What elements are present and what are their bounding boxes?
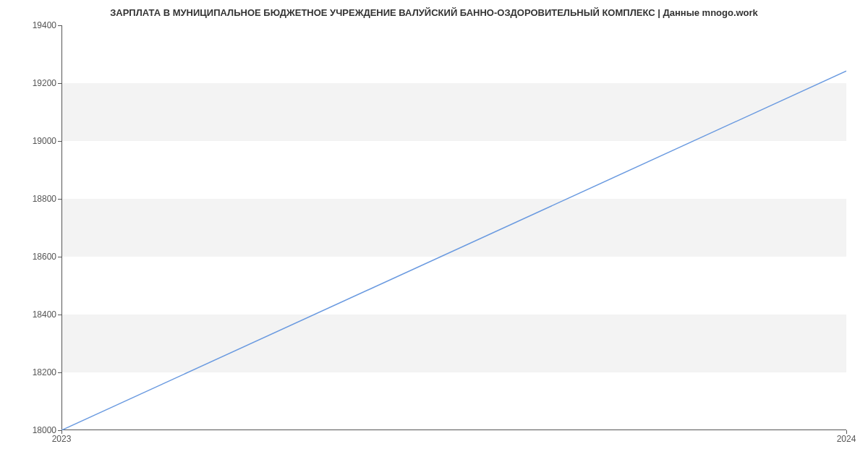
y-tick-mark (58, 199, 61, 200)
y-tick-label: 18400 (33, 309, 56, 320)
x-tick-label: 2024 (837, 434, 856, 444)
plot-area (61, 25, 846, 430)
y-tick-mark (58, 372, 61, 373)
y-tick-label: 19000 (33, 136, 56, 146)
x-tick-label: 2023 (52, 434, 72, 444)
y-tick-mark (58, 257, 61, 257)
chart-title: ЗАРПЛАТА В МУНИЦИПАЛЬНОЕ БЮДЖЕТНОЕ УЧРЕЖ… (0, 7, 868, 18)
y-tick-mark (58, 83, 61, 84)
y-tick-mark (58, 315, 61, 315)
y-tick-label: 18600 (33, 252, 56, 262)
grid-band (61, 83, 846, 141)
y-tick-mark (58, 25, 61, 26)
y-tick-label: 19400 (33, 20, 56, 30)
y-tick-label: 18800 (33, 194, 56, 204)
y-tick-label: 18200 (33, 367, 56, 377)
grid-band (61, 199, 846, 257)
y-tick-mark (58, 141, 61, 142)
y-axis-line (61, 25, 62, 430)
grid-band (61, 315, 846, 372)
y-tick-label: 19200 (33, 78, 56, 88)
x-axis-line (61, 430, 846, 430)
